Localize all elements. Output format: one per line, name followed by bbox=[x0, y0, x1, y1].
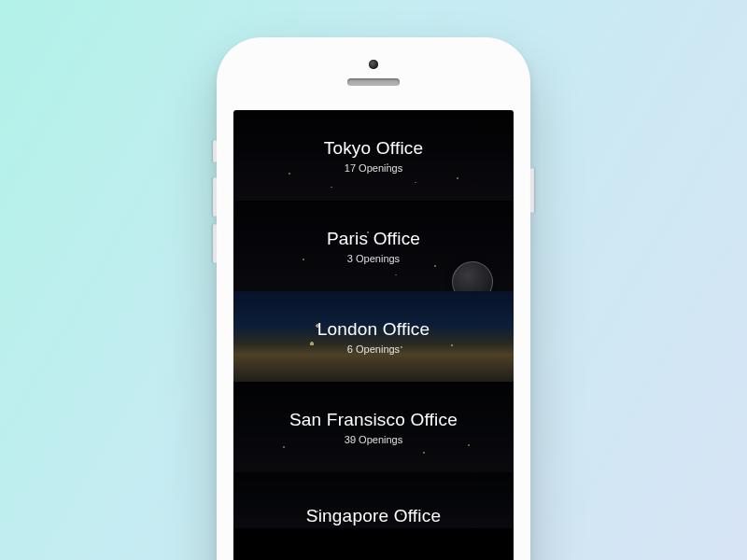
openings-count: 6 Openings bbox=[347, 343, 400, 355]
office-title: Paris Office bbox=[327, 229, 420, 249]
earpiece-speaker bbox=[347, 78, 400, 86]
power-button bbox=[530, 168, 534, 213]
openings-count: 39 Openings bbox=[345, 434, 402, 445]
office-title: London Office bbox=[317, 319, 430, 340]
office-title: Tokyo Office bbox=[324, 138, 424, 159]
openings-count: 3 Openings bbox=[347, 253, 400, 264]
volume-down-button bbox=[213, 224, 217, 263]
office-list[interactable]: Tokyo Office 17 Openings Paris Office 3 … bbox=[233, 110, 514, 560]
office-row-san-francisco[interactable]: San Fransisco Office 39 Openings bbox=[233, 382, 514, 472]
office-title: Singapore Office bbox=[306, 506, 441, 526]
office-title: San Fransisco Office bbox=[289, 410, 458, 430]
front-camera bbox=[369, 60, 378, 69]
volume-up-button bbox=[213, 177, 217, 217]
openings-count: 17 Openings bbox=[345, 162, 402, 174]
office-row-london[interactable]: London Office 6 Openings bbox=[233, 291, 514, 382]
phone-device-frame: Tokyo Office 17 Openings Paris Office 3 … bbox=[217, 37, 530, 560]
mute-switch bbox=[213, 140, 217, 162]
office-row-singapore[interactable]: Singapore Office bbox=[233, 472, 514, 528]
phone-screen: Tokyo Office 17 Openings Paris Office 3 … bbox=[233, 110, 514, 560]
office-row-tokyo[interactable]: Tokyo Office 17 Openings bbox=[233, 110, 514, 201]
office-row-paris[interactable]: Paris Office 3 Openings bbox=[233, 201, 514, 291]
